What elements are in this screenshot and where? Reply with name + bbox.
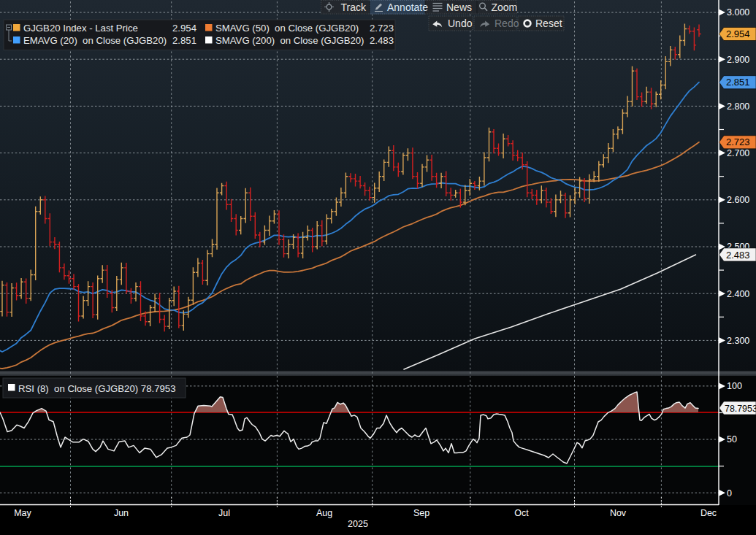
svg-text:SMAVG (200) on Close (GJGB20): SMAVG (200) on Close (GJGB20) bbox=[215, 35, 364, 46]
svg-text:2.851: 2.851 bbox=[172, 35, 196, 46]
svg-text:Track: Track bbox=[341, 1, 367, 13]
svg-text:Dec: Dec bbox=[700, 508, 717, 518]
svg-text:Nov: Nov bbox=[610, 508, 627, 518]
svg-text:2.723: 2.723 bbox=[370, 23, 394, 34]
svg-text:Jun: Jun bbox=[114, 508, 129, 518]
svg-text:2.483: 2.483 bbox=[370, 35, 394, 46]
svg-text:Reset: Reset bbox=[535, 18, 562, 29]
svg-text:GJGB20 Index - Last Price: GJGB20 Index - Last Price bbox=[23, 23, 138, 34]
svg-text:78.7953: 78.7953 bbox=[725, 404, 756, 414]
svg-text:Redo: Redo bbox=[495, 18, 519, 29]
svg-text:Sep: Sep bbox=[413, 508, 429, 518]
svg-text:2.300: 2.300 bbox=[727, 336, 749, 346]
svg-text:2.723: 2.723 bbox=[726, 136, 750, 147]
svg-text:RSI (8) on Close (GJGB20) 78.: RSI (8) on Close (GJGB20) 78.7953 bbox=[18, 383, 176, 394]
svg-text:Annotate: Annotate bbox=[387, 1, 428, 13]
svg-text:SMAVG (50) on Close (GJGB20): SMAVG (50) on Close (GJGB20) bbox=[215, 23, 359, 34]
svg-text:2.954: 2.954 bbox=[726, 28, 750, 39]
svg-text:News: News bbox=[446, 1, 472, 13]
svg-text:2.954: 2.954 bbox=[172, 23, 196, 34]
svg-text:2.700: 2.700 bbox=[727, 148, 749, 158]
svg-text:Aug: Aug bbox=[316, 508, 332, 518]
svg-text:Undo: Undo bbox=[448, 18, 473, 29]
svg-text:Oct: Oct bbox=[514, 508, 529, 518]
svg-text:EMAVG (20) on Close (GJGB20): EMAVG (20) on Close (GJGB20) bbox=[23, 35, 167, 46]
svg-text:2.851: 2.851 bbox=[726, 77, 750, 88]
svg-text:2.600: 2.600 bbox=[727, 195, 749, 205]
svg-text:3.000: 3.000 bbox=[727, 7, 749, 18]
svg-text:2.800: 2.800 bbox=[727, 101, 749, 112]
svg-text:2.400: 2.400 bbox=[727, 289, 749, 299]
svg-text:2.483: 2.483 bbox=[726, 250, 750, 261]
svg-text:50: 50 bbox=[727, 434, 737, 444]
svg-text:100: 100 bbox=[727, 381, 742, 391]
svg-text:0: 0 bbox=[727, 488, 732, 499]
svg-text:Jul: Jul bbox=[218, 508, 230, 518]
svg-text:May: May bbox=[14, 508, 31, 518]
svg-text:Zoom: Zoom bbox=[492, 1, 518, 13]
svg-text:2025: 2025 bbox=[348, 519, 368, 529]
svg-text:2.900: 2.900 bbox=[727, 55, 749, 65]
